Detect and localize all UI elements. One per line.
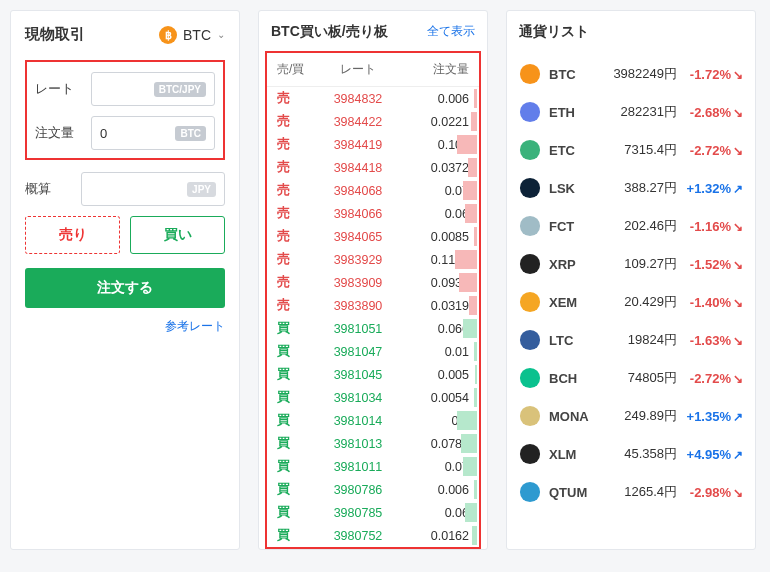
orderbook-row-sell[interactable]: 売39840680.07	[267, 179, 479, 202]
coin-icon-fct	[519, 215, 541, 237]
orderbook-row-buy[interactable]: 買39810110.07	[267, 455, 479, 478]
orderbook-row-sell[interactable]: 売39838900.0319	[267, 294, 479, 317]
currency-symbol: ETC	[549, 143, 595, 158]
orderbook-side-label: 売	[277, 251, 317, 268]
orderbook-qty: 0.07	[399, 184, 469, 198]
sell-button[interactable]: 売り	[25, 216, 120, 254]
currency-change: -1.52%↘	[683, 257, 743, 272]
qty-unit: BTC	[175, 126, 206, 141]
est-input[interactable]: JPY	[81, 172, 225, 206]
orderbook-side-label: 買	[277, 366, 317, 383]
trade-title: 現物取引	[25, 25, 85, 44]
currency-row-xrp[interactable]: XRP109.27円-1.52%↘	[519, 245, 743, 283]
orderbook-row-buy[interactable]: 買39810470.01	[267, 340, 479, 363]
orderbook-row-sell[interactable]: 売39844220.0221	[267, 110, 479, 133]
trend-arrow-icon: ↘	[733, 372, 743, 386]
orderbook-side-label: 買	[277, 320, 317, 337]
currency-symbol: FCT	[549, 219, 595, 234]
depth-bar	[468, 158, 477, 177]
orderbook-row-buy[interactable]: 買39807850.06	[267, 501, 479, 524]
currency-row-fct[interactable]: FCT202.46円-1.16%↘	[519, 207, 743, 245]
orderbook-side-label: 買	[277, 343, 317, 360]
orderbook-row-sell[interactable]: 売39844180.0372	[267, 156, 479, 179]
svg-point-9	[520, 330, 540, 350]
orderbook-qty: 0.066	[399, 322, 469, 336]
currency-row-qtum[interactable]: QTUM1265.4円-2.98%↘	[519, 473, 743, 511]
orderbook-row-sell[interactable]: 売39848320.006	[267, 87, 479, 110]
orderbook-row-buy[interactable]: 買39810130.0786	[267, 432, 479, 455]
orderbook-row-buy[interactable]: 買39810450.005	[267, 363, 479, 386]
currency-row-lsk[interactable]: LSK388.27円+1.32%↗	[519, 169, 743, 207]
orderbook-rate: 3984065	[317, 230, 399, 244]
orderbook-h3: 注文量	[399, 61, 469, 78]
currency-row-xlm[interactable]: XLM45.358円+4.95%↗	[519, 435, 743, 473]
currency-row-ltc[interactable]: LTC19824円-1.63%↘	[519, 321, 743, 359]
currency-change: +1.35%↗	[683, 409, 743, 424]
trend-arrow-icon: ↗	[733, 448, 743, 462]
qty-label: 注文量	[35, 124, 91, 142]
orderbook-rate: 3981045	[317, 368, 399, 382]
currency-price: 3982249円	[595, 65, 683, 83]
svg-point-8	[520, 292, 540, 312]
show-all-link[interactable]: 全て表示	[427, 23, 475, 41]
orderbook-rate: 3984066	[317, 207, 399, 221]
orderbook-title: BTC買い板/売り板	[271, 23, 388, 41]
coin-selector[interactable]: ฿ BTC ⌄	[159, 26, 225, 44]
orderbook-row-sell[interactable]: 売39840660.06	[267, 202, 479, 225]
depth-bar	[469, 296, 477, 315]
orderbook-rate: 3981011	[317, 460, 399, 474]
orderbook-row-buy[interactable]: 買39807520.0162	[267, 524, 479, 547]
currency-symbol: LTC	[549, 333, 595, 348]
currency-row-bch[interactable]: BCH74805円-2.72%↘	[519, 359, 743, 397]
orderbook-rate: 3983909	[317, 276, 399, 290]
currency-price: 45.358円	[595, 445, 683, 463]
currency-row-btc[interactable]: BTC3982249円-1.72%↘	[519, 55, 743, 93]
depth-bar	[474, 89, 477, 108]
orderbook-side-label: 売	[277, 182, 317, 199]
orderbook-row-buy[interactable]: 買39810340.0054	[267, 386, 479, 409]
currency-row-xem[interactable]: XEM20.429円-1.40%↘	[519, 283, 743, 321]
trade-panel: 現物取引 ฿ BTC ⌄ レート BTC/JPY 注文量 0 BTC	[10, 10, 240, 550]
svg-point-13	[520, 482, 540, 502]
svg-point-11	[520, 406, 540, 426]
orderbook-row-sell[interactable]: 売39839290.1124	[267, 248, 479, 271]
orderbook-row-buy[interactable]: 買39810140.1	[267, 409, 479, 432]
currency-price: 109.27円	[595, 255, 683, 273]
orderbook-row-sell[interactable]: 売39844190.106	[267, 133, 479, 156]
trend-arrow-icon: ↘	[733, 258, 743, 272]
depth-bar	[471, 112, 477, 131]
orderbook-row-sell[interactable]: 売39840650.0085	[267, 225, 479, 248]
est-unit: JPY	[187, 182, 216, 197]
depth-bar	[455, 250, 477, 269]
orderbook-rate: 3981034	[317, 391, 399, 405]
currency-row-etc[interactable]: ETC7315.4円-2.72%↘	[519, 131, 743, 169]
orderbook-row-buy[interactable]: 買39807860.006	[267, 478, 479, 501]
currency-row-mona[interactable]: MONA249.89円+1.35%↗	[519, 397, 743, 435]
currency-price: 19824円	[595, 331, 683, 349]
orderbook-side-label: 買	[277, 389, 317, 406]
orderbook-qty: 0.006	[399, 483, 469, 497]
depth-bar	[463, 319, 477, 338]
orderbook-rate: 3983890	[317, 299, 399, 313]
depth-bar	[474, 342, 477, 361]
currency-change: -1.40%↘	[683, 295, 743, 310]
currency-symbol: MONA	[549, 409, 595, 424]
orderbook-qty: 0.005	[399, 368, 469, 382]
rate-input[interactable]: BTC/JPY	[91, 72, 215, 106]
orderbook-qty: 0.0319	[399, 299, 469, 313]
buy-button[interactable]: 買い	[130, 216, 225, 254]
order-button[interactable]: 注文する	[25, 268, 225, 308]
orderbook-side-label: 買	[277, 435, 317, 452]
qty-input[interactable]: 0 BTC	[91, 116, 215, 150]
orderbook-row-buy[interactable]: 買39810510.066	[267, 317, 479, 340]
currency-row-eth[interactable]: ETH282231円-2.68%↘	[519, 93, 743, 131]
currency-change: -1.16%↘	[683, 219, 743, 234]
reference-rate-link[interactable]: 参考レート	[25, 318, 225, 335]
depth-bar	[465, 503, 477, 522]
orderbook-row-sell[interactable]: 売39839090.0935	[267, 271, 479, 294]
orderbook-rate: 3980785	[317, 506, 399, 520]
orderbook-h1: 売/買	[277, 61, 317, 78]
currency-change: -2.72%↘	[683, 143, 743, 158]
orderbook-qty: 0.01	[399, 345, 469, 359]
btc-icon: ฿	[159, 26, 177, 44]
